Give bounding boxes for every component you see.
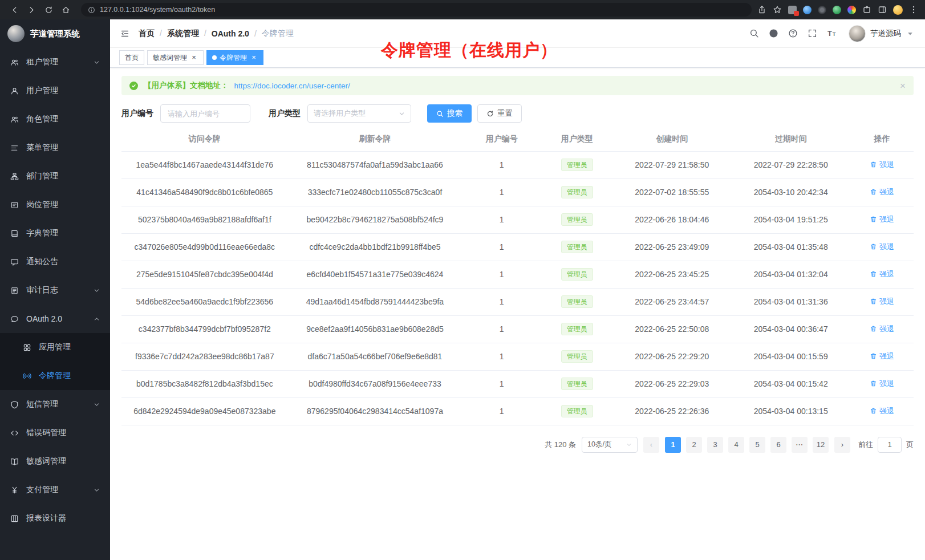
- user-type-select[interactable]: 请选择用户类型: [307, 104, 411, 123]
- page-button[interactable]: 12: [813, 437, 829, 453]
- fullscreen-icon[interactable]: [808, 29, 817, 38]
- page-button[interactable]: ⋯: [792, 437, 808, 453]
- sidebar-item-label: 应用管理: [39, 342, 71, 352]
- sidebar-item[interactable]: 报表设计器: [0, 504, 110, 533]
- force-logout-button[interactable]: 强退: [870, 242, 894, 252]
- user-type-badge: 管理员: [561, 213, 593, 226]
- sidebar-item[interactable]: 短信管理: [0, 390, 110, 419]
- sidebar-item[interactable]: 用户管理: [0, 76, 110, 105]
- sidebar-item[interactable]: 岗位管理: [0, 190, 110, 219]
- goto-page-input[interactable]: [878, 437, 902, 453]
- browser-reload-button[interactable]: [41, 2, 56, 17]
- force-logout-button[interactable]: 强退: [870, 324, 894, 334]
- fontsize-icon[interactable]: [827, 29, 837, 38]
- breadcrumb-item[interactable]: 令牌管理: [262, 29, 294, 39]
- sidebar-item[interactable]: 应用管理: [0, 333, 110, 362]
- extension-icon-blue[interactable]: [803, 6, 812, 14]
- side-panel-icon[interactable]: [878, 5, 887, 14]
- access-token-cell: 275e5de9151045fe87cbdc395e004f4d: [121, 261, 288, 288]
- sidebar-item[interactable]: 租户管理: [0, 48, 110, 76]
- alert-close-icon[interactable]: ×: [900, 81, 906, 91]
- user-id-cell: 1: [462, 233, 541, 261]
- extension-icon-badged[interactable]: [788, 6, 797, 14]
- total-count: 共 120 条: [545, 440, 576, 450]
- close-icon[interactable]: ×: [250, 54, 258, 62]
- sidebar-item[interactable]: 角色管理: [0, 105, 110, 133]
- breadcrumb-item[interactable]: OAuth 2.0: [212, 29, 262, 38]
- share-icon[interactable]: [757, 5, 766, 14]
- close-icon[interactable]: ×: [190, 54, 198, 62]
- page-button[interactable]: 2: [686, 437, 702, 453]
- force-logout-button[interactable]: 强退: [870, 214, 894, 225]
- expire-time-cell: 2054-03-04 00:13:15: [732, 397, 850, 425]
- oauth-icon: [10, 315, 19, 323]
- force-logout-button[interactable]: 强退: [870, 351, 894, 362]
- app-logo[interactable]: 芋道管理系统: [0, 19, 110, 48]
- page-size-select[interactable]: 10条/页: [582, 437, 638, 453]
- page-button[interactable]: 1: [665, 437, 681, 453]
- extensions-puzzle-icon[interactable]: [862, 5, 871, 14]
- force-logout-button[interactable]: 强退: [870, 160, 894, 170]
- sidebar-item[interactable]: OAuth 2.0: [0, 305, 110, 333]
- browser-home-button[interactable]: [58, 2, 73, 17]
- user-type-badge: 管理员: [561, 268, 593, 281]
- page-button[interactable]: 4: [728, 437, 744, 453]
- site-info-icon[interactable]: [88, 6, 95, 14]
- chevron-down-icon: [94, 401, 100, 408]
- extension-icon-dark[interactable]: [818, 6, 826, 14]
- created-time-cell: 2022-07-02 18:55:55: [612, 178, 731, 206]
- created-time-cell: 2022-06-25 23:45:25: [612, 261, 731, 288]
- force-logout-button[interactable]: 强退: [870, 297, 894, 307]
- sidebar-item[interactable]: 审计日志: [0, 276, 110, 305]
- github-icon[interactable]: [769, 29, 778, 38]
- sidebar-item[interactable]: 令牌管理: [0, 362, 110, 390]
- extension-icon-color[interactable]: [847, 6, 856, 14]
- force-logout-button[interactable]: 强退: [870, 269, 894, 279]
- created-time-cell: 2022-06-25 23:44:57: [612, 288, 731, 315]
- tab[interactable]: 敏感词管理 ×: [147, 50, 204, 65]
- page-button[interactable]: 3: [707, 437, 723, 453]
- sidebar-item[interactable]: 菜单管理: [0, 133, 110, 162]
- sidebar-item-label: 岗位管理: [26, 200, 58, 210]
- page-button[interactable]: 5: [749, 437, 765, 453]
- sidebar-item[interactable]: 字典管理: [0, 219, 110, 247]
- browser-forward-button[interactable]: [24, 2, 39, 17]
- next-page-button[interactable]: ›: [834, 437, 850, 453]
- reset-button[interactable]: 重置: [477, 104, 522, 123]
- list-icon: [10, 144, 19, 152]
- token-icon: [23, 372, 31, 380]
- extension-icon-green[interactable]: [833, 6, 841, 14]
- address-bar[interactable]: 127.0.0.1:1024/system/oauth2/token: [81, 3, 752, 17]
- force-logout-button[interactable]: 强退: [870, 379, 894, 389]
- sidebar-item[interactable]: 敏感词管理: [0, 447, 110, 476]
- breadcrumb-item[interactable]: 首页: [139, 29, 167, 39]
- sidebar-item[interactable]: 支付管理: [0, 476, 110, 504]
- prev-page-button[interactable]: ‹: [643, 437, 659, 453]
- browser-menu-kebab-icon[interactable]: [909, 5, 918, 14]
- page-buttons: 123456⋯12: [665, 437, 829, 453]
- doc-link[interactable]: https://doc.iocoder.cn/user-center/: [234, 82, 350, 90]
- search-icon[interactable]: [749, 29, 759, 38]
- collapse-sidebar-icon[interactable]: [120, 29, 129, 38]
- tab[interactable]: 首页 ×: [119, 50, 144, 65]
- browser-back-button[interactable]: [7, 2, 22, 17]
- bookmark-star-icon[interactable]: [773, 5, 782, 14]
- refresh-token-cell: 49d1aa46d1454fbd87591444423be9fa: [288, 288, 462, 315]
- user-id-input[interactable]: [160, 104, 250, 123]
- sidebar-item[interactable]: 部门管理: [0, 162, 110, 190]
- user-menu[interactable]: 芋道源码: [849, 25, 915, 42]
- force-logout-label: 强退: [879, 269, 894, 279]
- help-icon[interactable]: [788, 29, 798, 38]
- page-button[interactable]: 6: [770, 437, 786, 453]
- browser-profile-avatar[interactable]: [893, 5, 903, 15]
- tab[interactable]: 令牌管理 ×: [206, 50, 263, 65]
- sidebar-item[interactable]: 错误码管理: [0, 419, 110, 447]
- table-row: b0d1785bc3a8482f812db4a3f3bd15ec b0df498…: [121, 370, 914, 397]
- breadcrumb-item[interactable]: 系统管理: [167, 29, 212, 39]
- expire-time-cell: 2054-03-10 20:42:34: [732, 178, 850, 206]
- created-time-cell: 2022-06-25 22:29:20: [612, 343, 731, 370]
- force-logout-button[interactable]: 强退: [870, 406, 894, 416]
- sidebar-item[interactable]: 通知公告: [0, 247, 110, 276]
- search-button[interactable]: 搜索: [427, 104, 472, 123]
- force-logout-button[interactable]: 强退: [870, 187, 894, 197]
